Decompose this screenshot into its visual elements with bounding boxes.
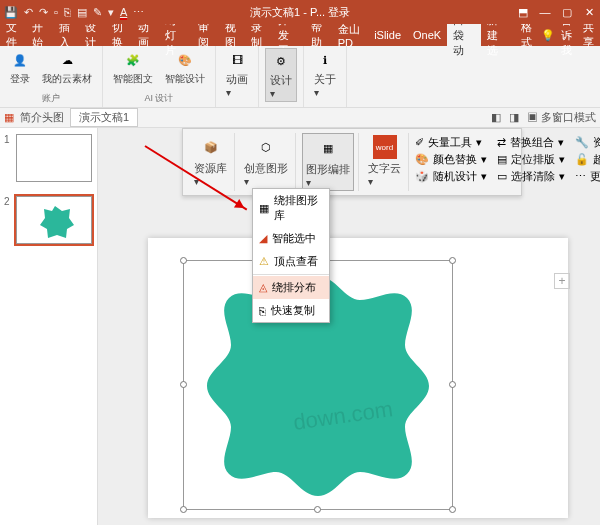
ribbon-group-ai: 🧩智能图文 🎨智能设计 AI 设计 <box>103 46 216 107</box>
secondary-bar: ▦ 简介头图 演示文稿1 ◧ ◨ ▣ 多窗口模式 <box>0 108 600 128</box>
resize-handle[interactable] <box>449 257 456 264</box>
ribbon-options-icon[interactable]: ⬒ <box>516 6 530 19</box>
dd-wrap-distribute[interactable]: ◬绕排分布 <box>253 276 329 299</box>
group-label: AI 设计 <box>144 92 173 105</box>
dd-quick-copy[interactable]: ⎘快速复制 <box>253 299 329 322</box>
tab-dev[interactable]: 开发工 <box>272 24 306 46</box>
select-clear-button[interactable]: ▭选择清除 ▾ <box>497 169 565 184</box>
doc-tab[interactable]: 演示文稿1 <box>70 108 138 127</box>
grid-icon: ▦ <box>316 136 340 160</box>
dd-smart-select[interactable]: ◢智能选中 <box>253 227 329 250</box>
qat-icon[interactable]: ✎ <box>93 6 102 19</box>
font-color-icon[interactable]: A <box>120 6 127 18</box>
about-button[interactable]: ℹ关于▾ <box>310 48 340 100</box>
panel-icon[interactable]: ◧ <box>491 111 501 124</box>
svg-marker-0 <box>40 206 74 238</box>
star-shape-mini <box>35 205 75 239</box>
random-design-button[interactable]: 🎲随机设计 ▾ <box>415 169 487 184</box>
tab-review[interactable]: 审阅 <box>192 24 218 46</box>
tab-transition[interactable]: 切换 <box>106 24 132 46</box>
tab-view[interactable]: 视图 <box>219 24 245 46</box>
tab-record[interactable]: 录制 <box>245 24 271 46</box>
resize-handle[interactable] <box>180 257 187 264</box>
slide-thumb-2[interactable]: 2 <box>4 196 93 244</box>
ribbon-group-about: ℹ关于▾ <box>304 46 347 107</box>
resize-handle[interactable] <box>314 506 321 513</box>
share-button[interactable]: 共享 <box>583 20 594 50</box>
vector-tool-button[interactable]: ✐矢量工具 ▾ <box>415 135 487 150</box>
resize-handle[interactable] <box>449 381 456 388</box>
shape-arrange-button[interactable]: ▦图形编排▾ <box>302 133 354 191</box>
separator <box>253 274 329 275</box>
color-icon: 🎨 <box>415 153 429 166</box>
replace-combo-button[interactable]: ⇄替换组合 ▾ <box>497 135 565 150</box>
qat-icon[interactable]: ▫ <box>54 6 58 18</box>
login-button[interactable]: 👤登录 <box>6 48 34 88</box>
tab-animation[interactable]: 动画 <box>132 24 158 46</box>
qat-icon[interactable]: ▤ <box>77 6 87 19</box>
more-design-button[interactable]: ⋯更多设计 ▾ <box>575 169 600 184</box>
copy-icon: ⎘ <box>259 305 266 317</box>
tab-format[interactable]: 格式 <box>515 24 541 46</box>
more-icon: ⋯ <box>575 170 586 183</box>
slide-icon[interactable]: ▦ <box>4 111 14 124</box>
anim-button[interactable]: 🎞动画▾ <box>222 48 252 100</box>
grid-icon: ▦ <box>259 202 269 215</box>
ribbon-group-design: ⚙设计▾ <box>259 46 304 107</box>
multiwindow-button[interactable]: ▣ 多窗口模式 <box>527 110 596 125</box>
select-icon: ▭ <box>497 170 507 183</box>
design-button[interactable]: ⚙设计▾ <box>265 48 297 102</box>
slide-thumb-1[interactable]: 1 <box>4 134 93 182</box>
minimize-icon[interactable]: — <box>538 6 552 19</box>
tab-slideshow[interactable]: 幻灯片 <box>159 24 193 46</box>
window-controls: ⬒ — ▢ ✕ <box>516 6 596 19</box>
dd-vertex-view[interactable]: ⚠顶点查看 <box>253 250 329 273</box>
tab-home[interactable]: 开始 <box>26 24 52 46</box>
resource-lib-button[interactable]: 📦资源库▾ <box>191 133 230 189</box>
resize-handle[interactable] <box>180 506 187 513</box>
word-icon: word <box>373 135 397 159</box>
tab-insert[interactable]: 插入 <box>53 24 79 46</box>
resize-handle[interactable] <box>180 381 187 388</box>
tab-file[interactable]: 文件 <box>0 24 26 46</box>
redo-icon[interactable]: ↷ <box>39 6 48 19</box>
tab-islide[interactable]: iSlide <box>368 24 407 46</box>
tab-help[interactable]: 帮助 <box>305 24 331 46</box>
tab-new[interactable]: 新建选 <box>481 24 515 46</box>
tell-me-icon[interactable]: 💡 <box>541 29 555 42</box>
package-icon: 📦 <box>199 135 223 159</box>
outline-button[interactable]: 简介头图 <box>20 110 64 125</box>
add-button[interactable]: + <box>554 273 570 289</box>
tab-onekey[interactable]: OneK <box>407 24 447 46</box>
triangle-icon: ◢ <box>259 232 267 245</box>
undo-icon[interactable]: ↶ <box>24 6 33 19</box>
tab-kingsoft[interactable]: 金山PD <box>332 24 368 46</box>
tool-icon: 🔧 <box>575 136 589 149</box>
ribbon-group-account: 👤登录 ☁我的云素材 账户 <box>0 46 103 107</box>
close-icon[interactable]: ✕ <box>582 6 596 19</box>
super-unlock-button[interactable]: 🔓超级解锁 ▾ <box>575 152 600 167</box>
dd-wrap-lib[interactable]: ▦绕排图形库 <box>253 189 329 227</box>
creative-shape-button[interactable]: ⬡创意图形▾ <box>241 133 291 189</box>
wordcloud-button[interactable]: word文字云▾ <box>365 133 404 189</box>
resource-tool-button[interactable]: 🔧资源工具 ▾ <box>575 135 600 150</box>
design-toolpane: 📦资源库▾ ⬡创意图形▾ ▦图形编排▾ word文字云▾ ✐矢量工具 ▾ 🎨颜色… <box>182 128 522 196</box>
qat-more-icon[interactable]: ⋯ <box>133 6 144 19</box>
color-replace-button[interactable]: 🎨颜色替换 ▾ <box>415 152 487 167</box>
tab-design[interactable]: 设计 <box>79 24 105 46</box>
resize-handle[interactable] <box>449 506 456 513</box>
maximize-icon[interactable]: ▢ <box>560 6 574 19</box>
tab-pocket[interactable]: 口袋动 <box>447 24 481 46</box>
smart-text-button[interactable]: 🧩智能图文 <box>109 48 157 88</box>
panel-icon[interactable]: ◨ <box>509 111 519 124</box>
qat-icon[interactable]: ▾ <box>108 6 114 19</box>
hexagon-icon: ⬡ <box>254 135 278 159</box>
qat-icon[interactable]: ⎘ <box>64 6 71 18</box>
title-bar: 💾 ↶ ↷ ▫ ⎘ ▤ ✎ ▾ A ⋯ 演示文稿1 - P... 登录 ⬒ — … <box>0 0 600 24</box>
smart-design-button[interactable]: 🎨智能设计 <box>161 48 209 88</box>
lock-icon: 🔓 <box>575 153 589 166</box>
ribbon-group-anim: 🎞动画▾ <box>216 46 259 107</box>
cloud-assets-button[interactable]: ☁我的云素材 <box>38 48 96 88</box>
position-layout-button[interactable]: ▤定位排版 ▾ <box>497 152 565 167</box>
save-icon[interactable]: 💾 <box>4 6 18 19</box>
